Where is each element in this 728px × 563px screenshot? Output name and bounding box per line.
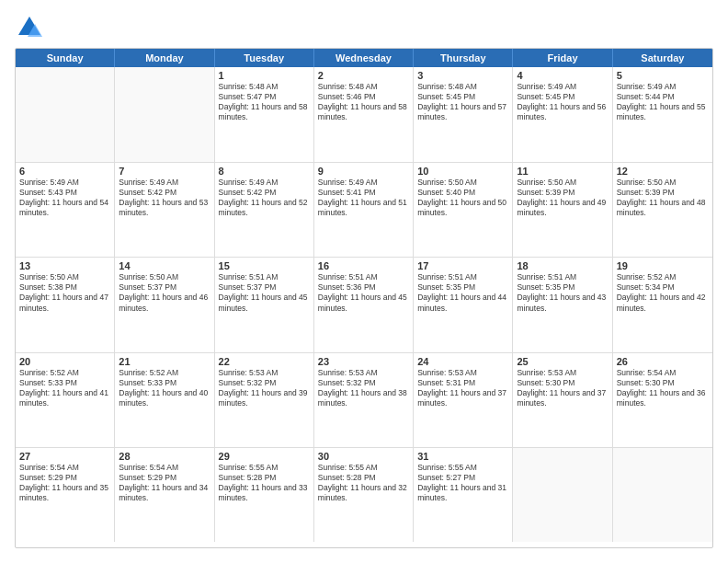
- day-number: 27: [19, 451, 110, 462]
- calendar-cell-9: 9Sunrise: 5:49 AMSunset: 5:41 PMDaylight…: [314, 163, 414, 257]
- day-number: 18: [517, 260, 608, 271]
- calendar-cell-22: 22Sunrise: 5:53 AMSunset: 5:32 PMDayligh…: [215, 353, 314, 447]
- sunrise-text: Sunrise: 5:51 AM: [318, 272, 409, 282]
- calendar-cell-27: 27Sunrise: 5:54 AMSunset: 5:29 PMDayligh…: [16, 448, 115, 542]
- day-number: 7: [119, 166, 210, 177]
- calendar-cell-19: 19Sunrise: 5:52 AMSunset: 5:34 PMDayligh…: [613, 258, 712, 351]
- day-number: 17: [417, 260, 508, 271]
- daylight-text: Daylight: 11 hours and 57 minutes.: [417, 102, 508, 122]
- sunset-text: Sunset: 5:31 PM: [417, 378, 508, 388]
- calendar-cell-empty-4-6: [613, 448, 712, 542]
- sunrise-text: Sunrise: 5:49 AM: [318, 178, 409, 188]
- sunrise-text: Sunrise: 5:50 AM: [517, 178, 608, 188]
- sunset-text: Sunset: 5:35 PM: [417, 282, 508, 293]
- sunrise-text: Sunrise: 5:55 AM: [318, 463, 409, 473]
- calendar: SundayMondayTuesdayWednesdayThursdayFrid…: [15, 48, 713, 548]
- calendar-cell-7: 7Sunrise: 5:49 AMSunset: 5:42 PMDaylight…: [115, 163, 214, 257]
- sunrise-text: Sunrise: 5:52 AM: [19, 368, 110, 378]
- daylight-text: Daylight: 11 hours and 47 minutes.: [19, 293, 110, 313]
- sunrise-text: Sunrise: 5:48 AM: [219, 82, 310, 92]
- header-day-saturday: Saturday: [613, 49, 712, 67]
- calendar-body: 1Sunrise: 5:48 AMSunset: 5:47 PMDaylight…: [16, 67, 712, 542]
- calendar-row-2: 13Sunrise: 5:50 AMSunset: 5:38 PMDayligh…: [16, 257, 712, 351]
- daylight-text: Daylight: 11 hours and 53 minutes.: [119, 198, 210, 218]
- logo-icon: [17, 15, 42, 40]
- sunset-text: Sunset: 5:40 PM: [417, 188, 508, 198]
- calendar-cell-28: 28Sunrise: 5:54 AMSunset: 5:29 PMDayligh…: [115, 448, 214, 542]
- sunset-text: Sunset: 5:35 PM: [517, 282, 608, 293]
- sunrise-text: Sunrise: 5:52 AM: [119, 368, 210, 378]
- sunset-text: Sunset: 5:42 PM: [119, 188, 210, 198]
- sunset-text: Sunset: 5:38 PM: [19, 282, 110, 293]
- daylight-text: Daylight: 11 hours and 32 minutes.: [318, 483, 409, 503]
- sunset-text: Sunset: 5:42 PM: [219, 188, 310, 198]
- sunrise-text: Sunrise: 5:52 AM: [617, 272, 709, 282]
- daylight-text: Daylight: 11 hours and 38 minutes.: [318, 388, 409, 408]
- sunrise-text: Sunrise: 5:49 AM: [119, 178, 210, 188]
- daylight-text: Daylight: 11 hours and 35 minutes.: [19, 483, 110, 503]
- sunset-text: Sunset: 5:39 PM: [517, 188, 608, 198]
- daylight-text: Daylight: 11 hours and 46 minutes.: [119, 293, 210, 313]
- sunset-text: Sunset: 5:47 PM: [219, 92, 310, 102]
- day-number: 10: [417, 166, 508, 177]
- sunset-text: Sunset: 5:32 PM: [318, 378, 409, 388]
- day-number: 6: [19, 166, 110, 177]
- sunrise-text: Sunrise: 5:48 AM: [318, 82, 409, 92]
- header-day-friday: Friday: [513, 49, 612, 67]
- sunrise-text: Sunrise: 5:51 AM: [417, 272, 508, 282]
- sunset-text: Sunset: 5:39 PM: [617, 188, 709, 198]
- calendar-row-1: 6Sunrise: 5:49 AMSunset: 5:43 PMDaylight…: [16, 162, 712, 257]
- daylight-text: Daylight: 11 hours and 51 minutes.: [318, 198, 409, 218]
- calendar-cell-8: 8Sunrise: 5:49 AMSunset: 5:42 PMDaylight…: [215, 163, 314, 257]
- sunset-text: Sunset: 5:43 PM: [19, 188, 110, 198]
- day-number: 9: [318, 166, 409, 177]
- sunset-text: Sunset: 5:41 PM: [318, 188, 409, 198]
- sunrise-text: Sunrise: 5:55 AM: [219, 463, 310, 473]
- sunrise-text: Sunrise: 5:49 AM: [517, 82, 608, 92]
- sunset-text: Sunset: 5:28 PM: [219, 473, 310, 483]
- day-number: 25: [517, 356, 608, 367]
- daylight-text: Daylight: 11 hours and 54 minutes.: [19, 198, 110, 218]
- header-day-sunday: Sunday: [16, 49, 115, 67]
- calendar-cell-empty-4-5: [513, 448, 612, 542]
- sunset-text: Sunset: 5:33 PM: [119, 378, 210, 388]
- calendar-cell-18: 18Sunrise: 5:51 AMSunset: 5:35 PMDayligh…: [513, 258, 612, 351]
- daylight-text: Daylight: 11 hours and 44 minutes.: [417, 293, 508, 313]
- calendar-row-0: 1Sunrise: 5:48 AMSunset: 5:47 PMDaylight…: [16, 67, 712, 162]
- calendar-row-3: 20Sunrise: 5:52 AMSunset: 5:33 PMDayligh…: [16, 352, 712, 447]
- day-number: 23: [318, 356, 409, 367]
- calendar-cell-23: 23Sunrise: 5:53 AMSunset: 5:32 PMDayligh…: [314, 353, 414, 447]
- daylight-text: Daylight: 11 hours and 58 minutes.: [219, 102, 310, 122]
- day-number: 24: [417, 356, 508, 367]
- day-number: 21: [119, 356, 210, 367]
- sunrise-text: Sunrise: 5:50 AM: [119, 272, 210, 282]
- sunset-text: Sunset: 5:28 PM: [318, 473, 409, 483]
- day-number: 26: [617, 356, 709, 367]
- calendar-cell-11: 11Sunrise: 5:50 AMSunset: 5:39 PMDayligh…: [513, 163, 612, 257]
- daylight-text: Daylight: 11 hours and 33 minutes.: [219, 483, 310, 503]
- sunset-text: Sunset: 5:46 PM: [318, 92, 409, 102]
- calendar-cell-25: 25Sunrise: 5:53 AMSunset: 5:30 PMDayligh…: [513, 353, 612, 447]
- sunrise-text: Sunrise: 5:53 AM: [219, 368, 310, 378]
- daylight-text: Daylight: 11 hours and 50 minutes.: [417, 198, 508, 218]
- day-number: 3: [417, 70, 508, 81]
- calendar-cell-6: 6Sunrise: 5:49 AMSunset: 5:43 PMDaylight…: [16, 163, 115, 257]
- day-number: 14: [119, 260, 210, 271]
- header-day-thursday: Thursday: [414, 49, 513, 67]
- day-number: 12: [617, 166, 709, 177]
- calendar-cell-empty-0-0: [16, 67, 115, 162]
- daylight-text: Daylight: 11 hours and 48 minutes.: [617, 198, 709, 218]
- calendar-cell-21: 21Sunrise: 5:52 AMSunset: 5:33 PMDayligh…: [115, 353, 214, 447]
- calendar-row-4: 27Sunrise: 5:54 AMSunset: 5:29 PMDayligh…: [16, 447, 712, 542]
- header-day-wednesday: Wednesday: [314, 49, 414, 67]
- sunrise-text: Sunrise: 5:51 AM: [219, 272, 310, 282]
- day-number: 30: [318, 451, 409, 462]
- calendar-cell-1: 1Sunrise: 5:48 AMSunset: 5:47 PMDaylight…: [215, 67, 314, 162]
- header: [15, 15, 713, 40]
- calendar-cell-2: 2Sunrise: 5:48 AMSunset: 5:46 PMDaylight…: [314, 67, 414, 162]
- calendar-cell-5: 5Sunrise: 5:49 AMSunset: 5:44 PMDaylight…: [613, 67, 712, 162]
- daylight-text: Daylight: 11 hours and 45 minutes.: [219, 293, 310, 313]
- sunset-text: Sunset: 5:37 PM: [219, 282, 310, 293]
- day-number: 13: [19, 260, 110, 271]
- day-number: 22: [219, 356, 310, 367]
